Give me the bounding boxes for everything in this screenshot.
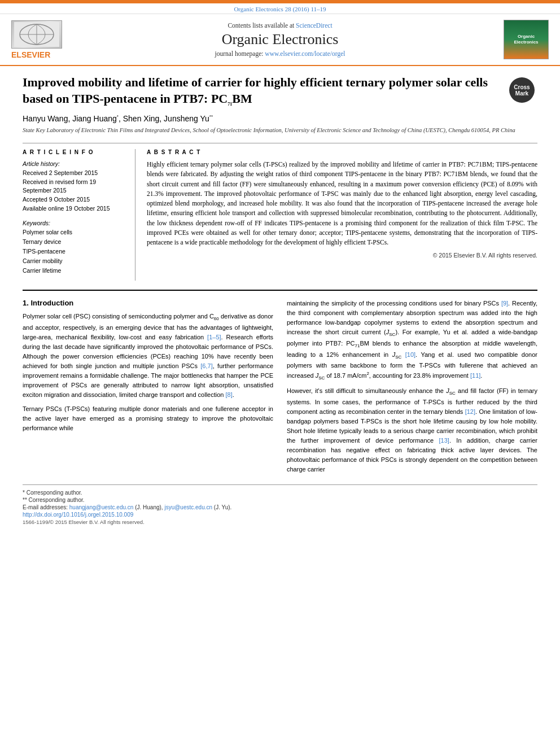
ref-10[interactable]: [10] (405, 351, 415, 358)
doi-link: http://dx.doi.org/10.1016/j.orgel.2015.1… (23, 512, 537, 518)
history-label: Article history: (23, 160, 60, 167)
intro-para1: Polymer solar cell (PSC) consisting of s… (23, 312, 273, 400)
ref-12[interactable]: [12] (465, 408, 475, 415)
ref-11[interactable]: [11] (470, 372, 480, 379)
ref-1-5[interactable]: [1–5] (207, 334, 221, 340)
journal-info-bar: Organic Electronics 28 (2016) 11–19 (0, 3, 560, 14)
homepage-url[interactable]: www.elsevier.com/locate/orgel (265, 50, 345, 57)
intro-heading: 1. Introduction (23, 299, 273, 307)
body-col-left: 1. Introduction Polymer solar cell (PSC)… (23, 299, 273, 479)
intro-para2: Ternary PSCs (T-PSCs) featuring multiple… (23, 404, 273, 433)
journal-title: Organic Electronics (79, 31, 481, 48)
keyword-5: Carrier lifetime (23, 266, 126, 276)
oe-logo-title: OrganicElectronics (514, 34, 538, 45)
keyword-2: Ternary device (23, 237, 126, 247)
ref-13[interactable]: [13] (439, 437, 449, 444)
journal-header: ELSEVIER Contents lists available at Sci… (0, 14, 560, 66)
abstract-col: A B S T R A C T Highly efficient ternary… (147, 149, 537, 281)
contents-available: Contents lists available at ScienceDirec… (79, 22, 481, 29)
email-addresses: E-mail addresses: huangjang@uestc.edu.cn… (23, 504, 537, 510)
affiliation: State Key Laboratory of Electronic Thin … (23, 126, 537, 135)
copyright: © 2015 Elsevier B.V. All rights reserved… (147, 252, 537, 259)
footer: * Corresponding author. ** Corresponding… (23, 484, 537, 525)
ref-9[interactable]: [9] (501, 300, 508, 307)
received1: Received 2 September 2015 (23, 169, 126, 178)
available: Available online 19 October 2015 (23, 204, 126, 213)
email-2-link[interactable]: jsyu@uestc.edu.cn (164, 504, 212, 510)
keyword-1: Polymer solar cells (23, 228, 126, 237)
keyword-4: Carrier mobility (23, 256, 126, 266)
article-info-label: A R T I C L E I N F O (23, 149, 126, 155)
elsevier-image (11, 20, 62, 49)
ref-8[interactable]: [8] (226, 391, 233, 398)
article-title: Improved mobility and lifetime of carrie… (23, 75, 537, 107)
keywords-block: Keywords: Polymer solar cells Ternary de… (23, 219, 126, 276)
elsevier-wordmark: ELSEVIER (11, 50, 50, 59)
body-section: 1. Introduction Polymer solar cell (PSC)… (23, 290, 537, 479)
keyword-3: TIPS-pentacene (23, 247, 126, 256)
crossmark-badge: CrossMark (506, 75, 537, 106)
elsevier-logo: ELSEVIER (11, 20, 79, 59)
keywords-list: Polymer solar cells Ternary device TIPS-… (23, 228, 126, 275)
body-col-right: maintaining the simplicity of the proces… (287, 299, 537, 479)
sciencedirect-link[interactable]: ScienceDirect (296, 22, 333, 29)
article-info-abstract: A R T I C L E I N F O Article history: R… (23, 143, 537, 281)
oe-logo-container: OrganicElectronics (481, 20, 549, 59)
body-two-col: 1. Introduction Polymer solar cell (PSC)… (23, 299, 537, 479)
authors: Hanyu Wang, Jiang Huang*, Shen Xing, Jun… (23, 114, 537, 123)
crossmark-icon: CrossMark (509, 77, 535, 103)
right-para1: maintaining the simplicity of the proces… (287, 299, 537, 382)
accepted: Accepted 9 October 2015 (23, 195, 126, 204)
journal-citation: Organic Electronics 28 (2016) 11–19 (234, 6, 326, 12)
keywords-label: Keywords: (23, 220, 50, 226)
ref-6-7[interactable]: [6,7] (200, 362, 212, 369)
abstract-label: A B S T R A C T (147, 149, 537, 155)
issn-note: 1566-1199/© 2015 Elsevier B.V. All right… (23, 519, 537, 525)
main-content: Improved mobility and lifetime of carrie… (0, 66, 560, 536)
received2: Received in revised form 19 September 20… (23, 178, 126, 196)
doi-url[interactable]: http://dx.doi.org/10.1016/j.orgel.2015.1… (23, 512, 133, 518)
journal-homepage: journal homepage: www.elsevier.com/locat… (79, 50, 481, 57)
email-1-link[interactable]: huangjang@uestc.edu.cn (69, 504, 134, 510)
article-info-col: A R T I C L E I N F O Article history: R… (23, 149, 135, 281)
oe-journal-logo: OrganicElectronics (504, 20, 549, 59)
journal-header-center: Contents lists available at ScienceDirec… (79, 22, 481, 57)
right-para2: However, it's still difficult to simulta… (287, 386, 537, 474)
footnote-1: * Corresponding author. (23, 490, 537, 496)
abstract-text: Highly efficient ternary polymer solar c… (147, 160, 537, 247)
footnote-2: ** Corresponding author. (23, 497, 537, 503)
article-history: Article history: Received 2 September 20… (23, 160, 126, 213)
